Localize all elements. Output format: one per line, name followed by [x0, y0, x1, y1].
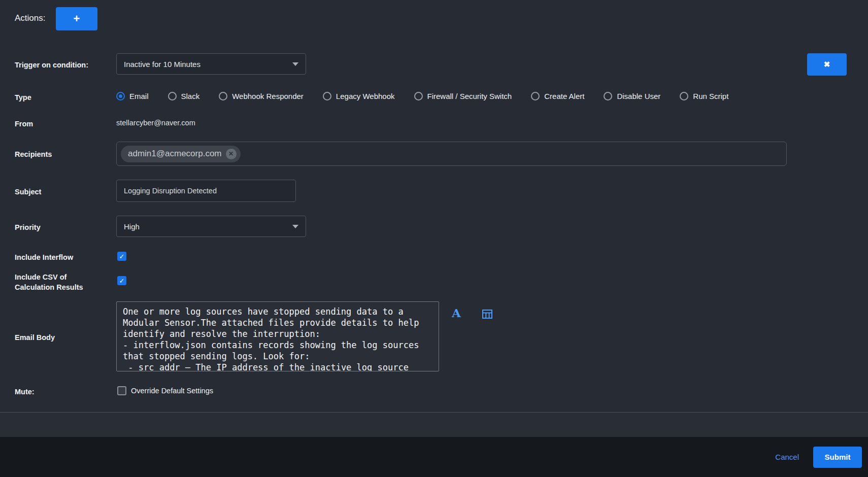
mute-override-label: Override Default Settings — [131, 387, 213, 395]
radio-run-script[interactable]: Run Script — [680, 92, 728, 100]
trigger-condition-label: Trigger on condition: — [15, 60, 88, 70]
plus-icon: + — [74, 12, 80, 25]
type-radio-group: Email Slack Webhook Responder Legacy Web… — [116, 89, 728, 103]
radio-selected-icon — [116, 92, 125, 100]
radio-email[interactable]: Email — [116, 92, 149, 100]
radio-slack[interactable]: Slack — [168, 92, 200, 100]
priority-value: High — [124, 222, 140, 231]
recipient-chip-text: admin1@acmecorp.com — [128, 149, 222, 159]
type-label: Type — [15, 92, 31, 103]
actions-label: Actions: — [15, 13, 45, 23]
mute-override-checkbox[interactable] — [117, 386, 126, 395]
lower-band — [0, 413, 868, 437]
radio-icon — [219, 92, 227, 100]
email-body-label: Email Body — [15, 332, 55, 343]
radio-icon — [168, 92, 177, 100]
include-interflow-label: Include Interflow — [15, 252, 73, 262]
priority-select[interactable]: High — [116, 216, 306, 237]
submit-button[interactable]: Submit — [813, 447, 862, 468]
radio-disable-user[interactable]: Disable User — [604, 92, 660, 100]
radio-icon — [323, 92, 331, 100]
recipients-input[interactable]: admin1@acmecorp.com ✕ — [116, 142, 787, 166]
radio-label: Run Script — [693, 92, 728, 100]
radio-legacy-webhook[interactable]: Legacy Webhook — [323, 92, 395, 100]
remove-action-button[interactable]: ✖ — [807, 53, 847, 76]
radio-label: Webhook Responder — [232, 92, 304, 100]
radio-label: Firewall / Security Switch — [427, 92, 512, 100]
include-csv-label: Include CSV of Calculation Results — [15, 272, 98, 292]
format-text-icon[interactable]: A — [452, 306, 461, 320]
trigger-condition-select[interactable]: Inactive for 10 Minutes — [116, 53, 306, 75]
radio-label: Slack — [181, 92, 200, 100]
radio-label: Create Alert — [544, 92, 584, 100]
radio-label: Legacy Webhook — [336, 92, 395, 100]
chevron-down-icon — [292, 225, 298, 228]
subject-label: Subject — [15, 187, 41, 197]
from-value: stellarcyber@naver.com — [116, 119, 195, 127]
footer-bar: Cancel Submit — [0, 437, 868, 477]
radio-create-alert[interactable]: Create Alert — [531, 92, 584, 100]
subject-input[interactable]: Logging Disruption Detected — [116, 180, 296, 202]
trigger-condition-value: Inactive for 10 Minutes — [124, 60, 201, 69]
radio-firewall-security-switch[interactable]: Firewall / Security Switch — [414, 92, 512, 100]
from-label: From — [15, 119, 33, 129]
chip-remove-icon[interactable]: ✕ — [226, 149, 237, 159]
include-interflow-checkbox[interactable]: ✓ — [117, 252, 126, 261]
close-icon: ✖ — [824, 60, 830, 69]
mute-label: Mute: — [15, 387, 35, 397]
priority-label: Priority — [15, 222, 41, 232]
insert-table-icon[interactable] — [482, 310, 492, 321]
add-action-button[interactable]: + — [56, 7, 97, 30]
radio-icon — [680, 92, 688, 100]
chevron-down-icon — [292, 62, 298, 66]
radio-icon — [414, 92, 423, 100]
recipients-label: Recipients — [15, 149, 52, 159]
radio-label: Email — [129, 92, 149, 100]
email-body-input[interactable]: One or more log sources have stopped sen… — [116, 301, 439, 371]
radio-label: Disable User — [617, 92, 660, 100]
include-csv-checkbox[interactable]: ✓ — [117, 276, 126, 285]
cancel-button[interactable]: Cancel — [775, 453, 799, 461]
radio-webhook-responder[interactable]: Webhook Responder — [219, 92, 304, 100]
recipient-chip: admin1@acmecorp.com ✕ — [121, 146, 241, 162]
radio-icon — [531, 92, 540, 100]
subject-value: Logging Disruption Detected — [124, 187, 217, 195]
radio-icon — [604, 92, 612, 100]
